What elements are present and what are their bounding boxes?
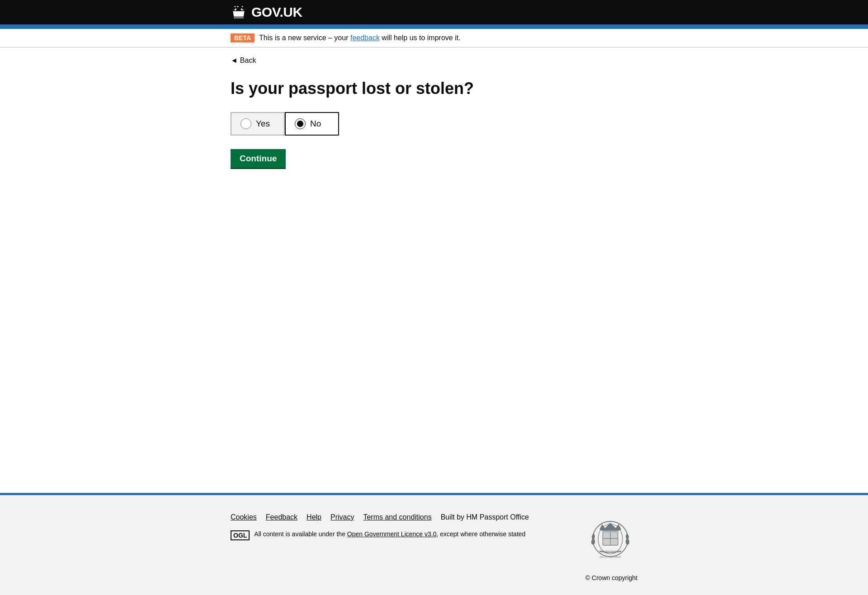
footer-link-privacy[interactable]: Privacy bbox=[330, 513, 354, 521]
footer-link-terms[interactable]: Terms and conditions bbox=[363, 513, 431, 521]
radio-no-input[interactable] bbox=[295, 118, 306, 129]
radio-group: Yes No bbox=[231, 112, 637, 136]
svg-rect-6 bbox=[599, 550, 621, 553]
footer-link-feedback[interactable]: Feedback bbox=[266, 513, 297, 521]
back-arrow-icon: ◄ bbox=[231, 56, 238, 65]
footer-links: Cookies Feedback Help Privacy Terms and … bbox=[231, 513, 583, 521]
feedback-link[interactable]: feedback bbox=[350, 34, 380, 42]
radio-yes[interactable]: Yes bbox=[231, 112, 285, 136]
beta-text: This is a new service – your feedback wi… bbox=[259, 34, 461, 42]
beta-tag: BETA bbox=[231, 33, 255, 42]
svg-text:DIEU ET MON DROIT: DIEU ET MON DROIT bbox=[599, 556, 622, 558]
beta-banner: BETA This is a new service – your feedba… bbox=[0, 29, 868, 47]
footer: Cookies Feedback Help Privacy Terms and … bbox=[0, 495, 868, 595]
footer-link-help[interactable]: Help bbox=[307, 513, 321, 521]
crown-icon bbox=[231, 5, 247, 19]
ogl-logo: OGL bbox=[231, 530, 250, 540]
radio-yes-label: Yes bbox=[256, 119, 270, 129]
gov-uk-logo-link[interactable]: GOV.UK bbox=[231, 5, 302, 20]
continue-button[interactable]: Continue bbox=[231, 149, 286, 168]
radio-no-label: No bbox=[310, 119, 321, 129]
blue-bar-header bbox=[0, 24, 868, 29]
back-link[interactable]: ◄ Back bbox=[231, 56, 256, 65]
footer-left: Cookies Feedback Help Privacy Terms and … bbox=[231, 513, 583, 540]
footer-licence: OGL All content is available under the O… bbox=[231, 530, 583, 540]
main-content: ◄ Back Is your passport lost or stolen? … bbox=[217, 47, 651, 195]
header: GOV.UK bbox=[0, 0, 868, 24]
radio-yes-input[interactable] bbox=[241, 118, 251, 129]
crown-crest-icon: DIEU ET MON DROIT bbox=[583, 513, 637, 567]
ogl-licence-link[interactable]: Open Government Licence v3.0 bbox=[347, 530, 437, 538]
crown-copyright: © Crown copyright bbox=[585, 574, 637, 581]
footer-right: DIEU ET MON DROIT © Crown copyright bbox=[583, 513, 637, 581]
ogl-text: All content is available under the Open … bbox=[254, 530, 525, 538]
gov-uk-text: GOV.UK bbox=[251, 5, 302, 20]
page-heading: Is your passport lost or stolen? bbox=[231, 78, 637, 98]
radio-no[interactable]: No bbox=[285, 112, 339, 136]
main-wrapper: ◄ Back Is your passport lost or stolen? … bbox=[0, 47, 868, 493]
footer-built-by: Built by HM Passport Office bbox=[441, 513, 529, 521]
footer-link-cookies[interactable]: Cookies bbox=[231, 513, 257, 521]
